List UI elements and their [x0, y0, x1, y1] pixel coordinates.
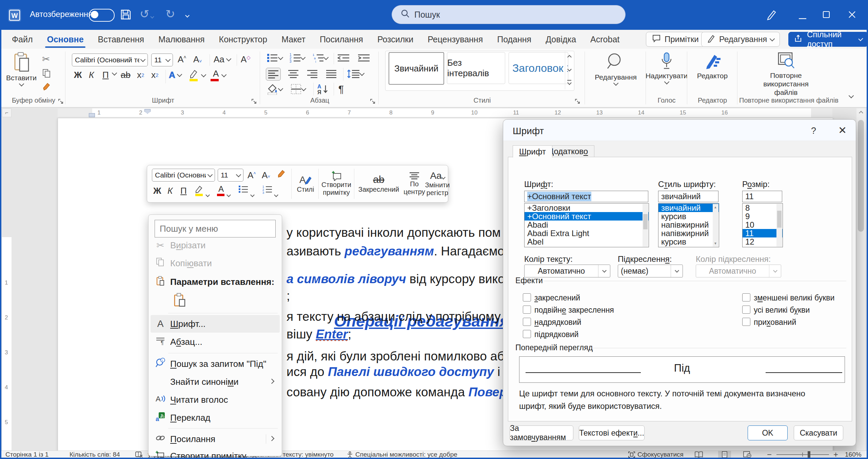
small-caps-checkbox[interactable]: [742, 293, 750, 301]
clipboard-dialog-launcher-icon[interactable]: [58, 98, 64, 104]
dictate-button[interactable]: Надиктувати: [645, 51, 688, 84]
mini-center-button[interactable]: По центру: [402, 167, 427, 200]
tab-6[interactable]: Посилання: [313, 30, 370, 49]
underline-icon[interactable]: П: [180, 186, 187, 196]
shrink-font-icon[interactable]: A˅: [262, 170, 270, 181]
undo-icon[interactable]: ↺: [140, 8, 154, 20]
editor-button[interactable]: Редактор: [692, 51, 733, 80]
dialog-help-button[interactable]: ?: [811, 126, 816, 136]
tab-9[interactable]: Подання: [490, 30, 538, 49]
bullet-list-icon[interactable]: [238, 185, 249, 197]
tab-5[interactable]: Макет: [274, 30, 313, 49]
gallery-up-icon[interactable]: [567, 55, 572, 59]
left-indent-marker[interactable]: [89, 113, 95, 117]
mini-change-case-button[interactable]: Aa Змінити регістр: [428, 167, 447, 200]
grow-font-icon[interactable]: A˄: [178, 54, 186, 65]
borders-icon[interactable]: [290, 83, 305, 95]
list-item[interactable]: Abadi: [525, 221, 649, 229]
paragraph-marks-icon[interactable]: ¶: [338, 83, 344, 95]
zoom-level[interactable]: 160%: [845, 451, 862, 458]
tab-8[interactable]: Рецензування: [420, 30, 490, 49]
text-effects-button[interactable]: Текстові ефекти...: [579, 425, 645, 440]
font-color-icon[interactable]: A: [216, 184, 225, 200]
chevron-down-icon[interactable]: [275, 188, 278, 199]
style-card-normal[interactable]: Звичайний: [389, 52, 444, 85]
accessibility-status[interactable]: Спеціальні можливості: усе добре: [347, 451, 457, 458]
text-effects-icon[interactable]: A: [169, 70, 181, 80]
align-left-icon[interactable]: [266, 68, 281, 81]
menu-item-copy[interactable]: Копіювати: [151, 254, 280, 272]
mini-styles-button[interactable]: A Стилі: [294, 167, 317, 200]
list-item[interactable]: курсив: [658, 212, 719, 221]
highlight-color-icon[interactable]: [194, 184, 204, 200]
list-item[interactable]: Abel: [525, 237, 649, 246]
mini-font-size-select[interactable]: 11: [218, 169, 243, 182]
font-name-list[interactable]: +Заголовки+Основний текстAbadiAbadi Extr…: [524, 203, 649, 247]
horizontal-ruler[interactable]: 12345678910111213141516: [58, 108, 832, 117]
italic-icon[interactable]: К: [167, 186, 173, 196]
editing-mode-button[interactable]: Редагування: [701, 32, 780, 47]
share-button[interactable]: Спільний доступ: [788, 32, 868, 47]
shading-icon[interactable]: [267, 83, 282, 95]
web-layout-button[interactable]: [743, 451, 751, 458]
style-card-heading1[interactable]: Заголовок 1: [509, 52, 568, 84]
mini-new-comment-button[interactable]: Створити примітку: [321, 167, 352, 200]
numbered-list-icon[interactable]: 123: [289, 53, 305, 63]
superscript-checkbox[interactable]: [523, 318, 531, 326]
menu-item-read-aloud[interactable]: A Читати вголос: [151, 391, 280, 409]
italic-icon[interactable]: К: [89, 70, 94, 80]
zoom-in-button[interactable]: +: [833, 451, 838, 458]
shrink-font-icon[interactable]: A˅: [193, 54, 202, 65]
decrease-indent-icon[interactable]: [337, 53, 350, 63]
numbered-list-icon[interactable]: 123: [262, 185, 273, 197]
minimize-button[interactable]: [797, 12, 808, 22]
font-name-select[interactable]: Calibri (Основний те: [72, 54, 148, 66]
superscript-icon[interactable]: x2: [151, 70, 158, 80]
reuse-files-button[interactable]: Повторне використання файлів: [755, 51, 816, 97]
print-layout-button[interactable]: [718, 451, 731, 458]
mini-strikethrough-button[interactable]: ab Закреслений: [357, 167, 401, 200]
save-icon[interactable]: [119, 8, 132, 22]
font-color-icon[interactable]: A: [210, 68, 226, 82]
strikethrough-icon[interactable]: ab: [121, 70, 131, 80]
font-style-input[interactable]: звичайний: [658, 191, 718, 202]
menu-item-paragraph[interactable]: ¶ Абзац...: [151, 333, 280, 351]
mini-font-name-select[interactable]: Calibri (Основни: [152, 169, 215, 182]
gallery-more-icon[interactable]: [567, 81, 572, 85]
clear-formatting-icon[interactable]: A◇: [241, 54, 251, 65]
line-spacing-icon[interactable]: [347, 69, 364, 79]
sort-icon[interactable]: АЯ: [317, 83, 330, 95]
proofing-icon[interactable]: [135, 451, 143, 458]
tab-3[interactable]: Малювання: [151, 30, 212, 49]
font-style-list[interactable]: ▲▼ звичайнийкурсивнапівжирнийнапівжирний…: [658, 203, 719, 247]
chevron-down-icon[interactable]: [251, 188, 254, 199]
menu-item-search[interactable]: i Пошук за запитом "Під": [151, 355, 280, 373]
menu-item-translate[interactable]: あa Переклад: [151, 409, 280, 426]
all-caps-checkbox[interactable]: [742, 306, 750, 314]
ok-button[interactable]: OK: [748, 425, 788, 440]
list-item[interactable]: напівжирний: [658, 221, 719, 229]
chevron-down-icon[interactable]: [206, 188, 209, 199]
hidden-checkbox[interactable]: [742, 318, 750, 326]
zoom-out-button[interactable]: −: [767, 451, 772, 458]
list-item[interactable]: напівжирний курсив: [658, 229, 719, 237]
bullet-list-icon[interactable]: [267, 53, 282, 63]
strikethrough-checkbox[interactable]: [523, 293, 531, 301]
double-strikethrough-checkbox[interactable]: [523, 306, 531, 314]
autosave-toggle[interactable]: [89, 9, 115, 22]
subscript-checkbox[interactable]: [523, 330, 531, 338]
tab-7[interactable]: Розсилки: [370, 30, 420, 49]
comments-button[interactable]: Примітки: [646, 32, 705, 47]
styles-dialog-launcher-icon[interactable]: [574, 98, 580, 104]
tab-11[interactable]: Acrobat: [583, 30, 627, 49]
styles-gallery-scroll[interactable]: [565, 51, 573, 89]
tab-2[interactable]: Вставлення: [91, 30, 152, 49]
paste-option-keep-formatting[interactable]: [170, 291, 189, 310]
zoom-slider[interactable]: [776, 451, 829, 458]
underline-style-select[interactable]: (немає): [618, 265, 683, 277]
highlight-color-icon[interactable]: [188, 68, 205, 82]
cut-icon[interactable]: ✂: [42, 54, 50, 65]
chevron-down-icon[interactable]: [227, 188, 230, 199]
format-painter-icon[interactable]: [277, 169, 287, 181]
page-indicator[interactable]: Сторінка 1 із 1: [5, 451, 48, 458]
